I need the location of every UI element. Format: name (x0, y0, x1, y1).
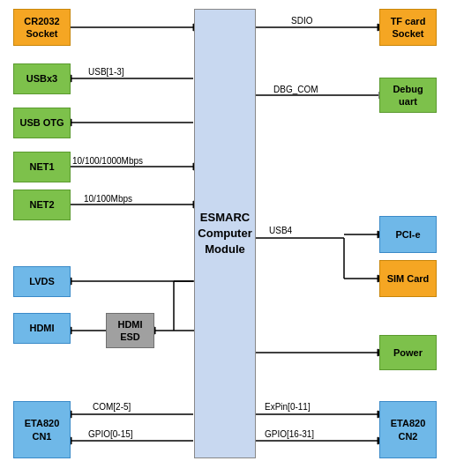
label-gpio015: GPIO[0-15] (88, 429, 133, 439)
label-dbg-com: DBG_COM (273, 85, 318, 94)
hdmi-block: HDMI (13, 313, 71, 344)
label-net1-speed: 10/100/1000Mbps (72, 156, 143, 166)
hdmi-esd-block: HDMIESD (106, 313, 154, 348)
net1-block: NET1 (13, 152, 71, 182)
usb-otg-block: USB OTG (13, 108, 71, 138)
usbx3-block: USBx3 (13, 63, 71, 94)
cr2032-block: CR2032Socket (13, 9, 71, 46)
eta820-cn1-block: ETA820CN1 (13, 401, 71, 458)
label-usb4: USB4 (269, 226, 292, 235)
label-expin011: ExPin[0-11] (265, 402, 311, 412)
label-gpio1631: GPIO[16-31] (265, 429, 314, 439)
sim-card-block: SIM Card (379, 260, 437, 297)
debug-uart-block: Debuguart (379, 78, 437, 113)
power-block: Power (379, 335, 437, 370)
net2-block: NET2 (13, 190, 71, 220)
label-com25: COM[2-5] (93, 402, 131, 412)
tf-card-block: TF cardSocket (379, 9, 437, 46)
label-net2-speed: 10/100Mbps (84, 194, 132, 204)
center-module: ESMARC Computer Module (194, 9, 256, 458)
label-sdio: SDIO (291, 16, 312, 26)
lvds-block: LVDS (13, 266, 71, 297)
eta820-cn2-block: ETA820CN2 (379, 401, 437, 458)
label-usb13: USB[1-3] (88, 67, 124, 77)
diagram: ESMARC Computer Module CR2032Socket USBx… (0, 0, 449, 476)
pci-e-block: PCI-e (379, 216, 437, 253)
